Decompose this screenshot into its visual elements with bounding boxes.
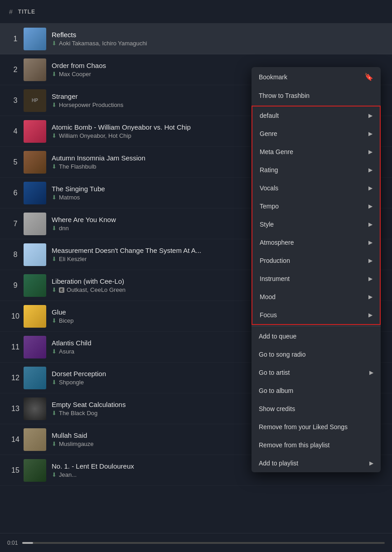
track-artist: Asura xyxy=(59,348,74,355)
track-number: 3 xyxy=(7,97,24,105)
download-icon: ⬇ xyxy=(52,348,57,355)
menu-item-label: Remove from this playlist xyxy=(259,441,373,449)
menu-item-genre[interactable]: Genre ▶ xyxy=(252,125,380,143)
menu-item-default[interactable]: default ▶ xyxy=(252,107,380,125)
menu-item-mood[interactable]: Mood ▶ xyxy=(252,288,380,306)
chevron-right-icon: ▶ xyxy=(368,131,373,137)
track-artwork xyxy=(24,213,46,235)
track-number: 1 xyxy=(7,35,24,43)
menu-item-label: Go to album xyxy=(259,387,373,394)
menu-item-vocals[interactable]: Vocals ▶ xyxy=(252,179,380,197)
download-icon: ⬇ xyxy=(52,410,57,416)
chevron-right-icon: ▶ xyxy=(368,203,373,209)
track-artist: dnn xyxy=(59,225,69,232)
chevron-right-icon: ▶ xyxy=(369,460,373,466)
menu-item-focus[interactable]: Focus ▶ xyxy=(252,306,380,324)
menu-item-label: Style xyxy=(260,221,368,228)
chevron-right-icon: ▶ xyxy=(368,312,373,318)
menu-item-meta-genre[interactable]: Meta Genre ▶ xyxy=(252,143,380,161)
chevron-right-icon: ▶ xyxy=(368,276,373,282)
track-artist: The Black Dog xyxy=(59,410,97,416)
bookmark-icon: 🔖 xyxy=(364,73,373,81)
menu-item-label: Bookmark xyxy=(259,73,364,81)
menu-item-go-album[interactable]: Go to album xyxy=(252,382,381,400)
track-artist: Matmos xyxy=(59,194,80,201)
track-number: 13 xyxy=(7,405,24,413)
track-artist: William Onyeabor, Hot Chip xyxy=(59,132,131,139)
menu-item-show-credits[interactable]: Show credits xyxy=(252,400,381,418)
track-artwork xyxy=(24,151,46,174)
track-title: Reflects xyxy=(52,31,385,39)
download-icon: ⬇ xyxy=(52,71,57,77)
artist-link[interactable]: Aoki Takamasa xyxy=(59,40,99,47)
menu-item-label: Atmosphere xyxy=(260,239,368,246)
track-artist: Shpongle xyxy=(59,379,84,386)
menu-item-bookmark[interactable]: Bookmark 🔖 xyxy=(252,67,381,87)
menu-item-remove-playlist[interactable]: Remove from this playlist xyxy=(252,436,381,454)
track-row[interactable]: 1 Reflects ⬇ Aoki Takamasa, Ichiro Yamag… xyxy=(0,24,392,54)
download-icon: ⬇ xyxy=(52,317,57,324)
chevron-right-icon: ▶ xyxy=(368,257,373,264)
track-artist: Horsepower Productions xyxy=(59,102,123,108)
chevron-right-icon: ▶ xyxy=(368,294,373,300)
menu-item-production[interactable]: Production ▶ xyxy=(252,252,380,270)
track-artwork xyxy=(24,58,46,81)
progress-fill xyxy=(22,542,33,544)
track-artist: Outkast, CeeLo Green xyxy=(67,286,126,293)
chevron-right-icon: ▶ xyxy=(368,112,373,119)
menu-section-tag-groups: default ▶ Genre ▶ Meta Genre ▶ Rating ▶ … xyxy=(252,106,381,325)
track-artist: Eli Keszler xyxy=(59,256,87,262)
menu-item-rating[interactable]: Rating ▶ xyxy=(252,161,380,179)
menu-item-atmosphere[interactable]: Atmosphere ▶ xyxy=(252,233,380,252)
track-number: 7 xyxy=(7,220,24,228)
menu-item-remove-liked[interactable]: Remove from your Liked Songs xyxy=(252,418,381,436)
chevron-right-icon: ▶ xyxy=(368,167,373,173)
download-icon: ⬇ xyxy=(52,256,57,262)
track-artwork xyxy=(24,305,46,328)
menu-item-tempo[interactable]: Tempo ▶ xyxy=(252,197,380,215)
track-artist: Max Cooper xyxy=(59,71,91,77)
menu-item-label: Add to queue xyxy=(259,333,373,340)
menu-item-label: Tempo xyxy=(260,203,368,210)
chevron-right-icon: ▶ xyxy=(368,221,373,228)
menu-item-label: Add to playlist xyxy=(259,460,369,467)
menu-item-label: Throw to Trashbin xyxy=(259,92,373,99)
menu-item-add-playlist[interactable]: Add to playlist ▶ xyxy=(252,454,381,472)
track-artist: Muslimgauze xyxy=(59,441,94,447)
chevron-right-icon: ▶ xyxy=(369,369,373,376)
download-icon: ⬇ xyxy=(52,225,57,232)
track-number: 14 xyxy=(7,436,24,444)
menu-item-label: Remove from your Liked Songs xyxy=(259,423,373,431)
track-number: 12 xyxy=(7,374,24,382)
menu-item-label: Production xyxy=(260,257,368,264)
progress-track[interactable] xyxy=(22,542,385,544)
artist-link[interactable]: Ichiro Yamaguchi xyxy=(102,40,147,47)
track-number: 11 xyxy=(7,343,24,351)
menu-item-label: Genre xyxy=(260,130,368,137)
menu-item-trashbin[interactable]: Throw to Trashbin xyxy=(252,87,381,105)
menu-item-label: Instrument xyxy=(260,275,368,282)
menu-item-label: Meta Genre xyxy=(260,148,368,155)
download-icon: ⬇ xyxy=(52,194,57,201)
download-icon: ⬇ xyxy=(52,471,57,478)
menu-item-instrument[interactable]: Instrument ▶ xyxy=(252,270,380,288)
track-artwork xyxy=(24,28,46,50)
track-number: 6 xyxy=(7,189,24,197)
header-hash: # xyxy=(9,8,13,15)
track-artist: The Flashbulb xyxy=(59,163,96,170)
download-icon: ⬇ xyxy=(52,286,57,293)
download-icon: ⬇ xyxy=(52,441,57,447)
download-icon: ⬇ xyxy=(52,40,57,47)
menu-item-song-radio[interactable]: Go to song radio xyxy=(252,345,381,363)
menu-item-add-queue[interactable]: Add to queue xyxy=(252,327,381,345)
track-number: 8 xyxy=(7,251,24,259)
menu-divider xyxy=(252,326,381,326)
current-time: 0:01 xyxy=(7,540,18,546)
context-menu: Bookmark 🔖 Throw to Trashbin default ▶ G… xyxy=(252,67,381,472)
track-artwork xyxy=(24,428,46,451)
progress-bar-container: 0:01 xyxy=(0,533,392,552)
menu-item-go-artist[interactable]: Go to artist ▶ xyxy=(252,363,381,382)
menu-item-style[interactable]: Style ▶ xyxy=(252,215,380,233)
track-artwork xyxy=(24,182,46,204)
chevron-right-icon: ▶ xyxy=(368,149,373,155)
